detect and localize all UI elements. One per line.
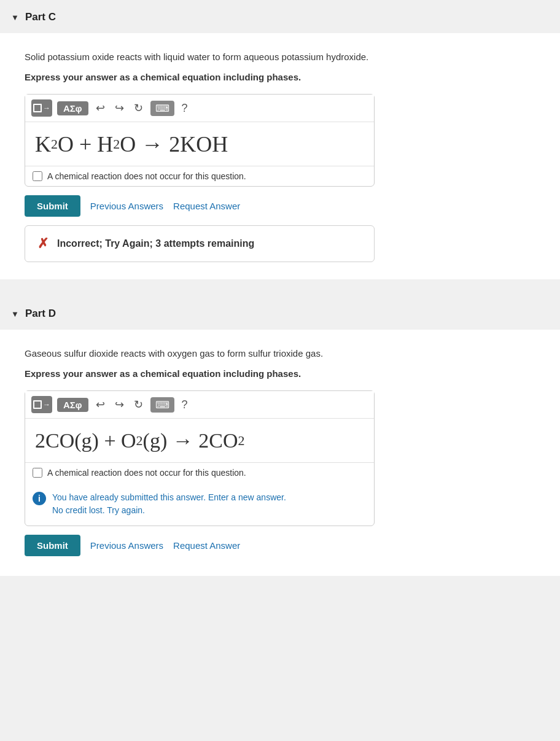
part-c-content: Solid potassium oxide reacts with liquid… [0, 33, 560, 279]
part-d-equation-display[interactable]: 2CO(g) + O2 (g) → 2CO2 [25, 419, 374, 463]
part-c-section: ▼ Part C Solid potassium oxide reacts wi… [0, 0, 560, 279]
part-d-info-box: i You have already submitted this answer… [25, 487, 374, 523]
part-d-previous-answers-link[interactable]: Previous Answers [90, 540, 163, 551]
part-c-feedback-box: ✗ Incorrect; Try Again; 3 attempts remai… [25, 225, 375, 262]
part-c-undo-button[interactable]: ↩ [93, 100, 107, 116]
part-d-content: Gaseous sulfur dioxide reacts with oxyge… [0, 330, 560, 576]
part-c-instruction: Express your answer as a chemical equati… [25, 71, 535, 85]
part-d-template-button[interactable]: → [31, 396, 52, 413]
part-d-toolbar: → ΑΣφ ↩ ↪ ↻ ⌨ ? [25, 391, 374, 419]
part-d-undo-button[interactable]: ↩ [93, 397, 107, 413]
part-c-keyboard-icon: ⌨ [155, 103, 169, 114]
part-d-no-reaction-label: A chemical reaction does not occur for t… [47, 468, 246, 478]
part-d-info-line1: You have already submitted this answer. … [52, 492, 286, 502]
part-c-keyboard-button[interactable]: ⌨ [150, 101, 174, 116]
part-d-no-reaction-row: A chemical reaction does not occur for t… [25, 463, 374, 483]
part-c-equation-display[interactable]: K2O + H2O → 2KOH [25, 122, 374, 166]
part-c-collapse-arrow[interactable]: ▼ [11, 13, 19, 22]
part-d-section: ▼ Part D Gaseous sulfur dioxide reacts w… [0, 297, 560, 576]
part-d-help-button[interactable]: ? [179, 397, 190, 413]
part-d-instruction: Express your answer as a chemical equati… [25, 367, 535, 381]
part-c-submit-button[interactable]: Submit [25, 195, 80, 217]
part-d-equation-box: → ΑΣφ ↩ ↪ ↻ ⌨ ? 2CO(g) + O2 (g) → 2CO2 A… [25, 390, 375, 526]
part-c-equation-box: → ΑΣφ ↩ ↪ ↻ ⌨ ? K2O + H2O → 2KOH [25, 94, 375, 187]
part-d-info-icon: i [33, 492, 46, 505]
part-c-header[interactable]: ▼ Part C [0, 0, 560, 33]
part-c-no-reaction-checkbox[interactable] [33, 171, 42, 181]
part-c-toolbar: → ΑΣφ ↩ ↪ ↻ ⌨ ? [25, 95, 374, 122]
part-c-feedback-text: Incorrect; Try Again; 3 attempts remaini… [57, 238, 254, 249]
part-d-info-text: You have already submitted this answer. … [52, 491, 286, 517]
part-c-question-text: Solid potassium oxide reacts with liquid… [25, 50, 535, 64]
part-c-request-answer-link[interactable]: Request Answer [173, 201, 240, 211]
part-d-submit-button[interactable]: Submit [25, 535, 80, 556]
part-d-no-reaction-checkbox[interactable] [33, 468, 42, 478]
part-c-redo-button[interactable]: ↪ [112, 100, 126, 116]
part-d-keyboard-icon: ⌨ [155, 399, 169, 411]
part-d-header[interactable]: ▼ Part D [0, 297, 560, 330]
part-c-symbol-button[interactable]: ΑΣφ [57, 101, 88, 115]
part-c-help-button[interactable]: ? [179, 101, 190, 116]
part-c-no-reaction-row: A chemical reaction does not occur for t… [25, 166, 374, 186]
part-d-refresh-button[interactable]: ↻ [131, 397, 146, 413]
part-c-refresh-button[interactable]: ↻ [131, 100, 146, 116]
part-c-error-icon: ✗ [37, 236, 49, 252]
part-d-info-line2: No credit lost. Try again. [52, 505, 145, 515]
part-c-template-button[interactable]: → [31, 99, 52, 117]
spacer [0, 284, 560, 297]
part-d-request-answer-link[interactable]: Request Answer [173, 540, 240, 551]
part-d-collapse-arrow[interactable]: ▼ [11, 309, 19, 319]
part-c-actions-row: Submit Previous Answers Request Answer [25, 195, 535, 217]
part-d-keyboard-button[interactable]: ⌨ [150, 397, 174, 413]
part-c-title: Part C [25, 11, 56, 23]
part-d-actions-row: Submit Previous Answers Request Answer [25, 535, 535, 556]
part-d-symbol-button[interactable]: ΑΣφ [57, 398, 88, 412]
part-c-no-reaction-label: A chemical reaction does not occur for t… [47, 171, 246, 181]
section-divider [0, 279, 560, 284]
part-d-redo-button[interactable]: ↪ [112, 397, 126, 413]
part-d-title: Part D [25, 308, 56, 320]
part-d-question-text: Gaseous sulfur dioxide reacts with oxyge… [25, 347, 535, 361]
part-c-previous-answers-link[interactable]: Previous Answers [90, 201, 163, 211]
